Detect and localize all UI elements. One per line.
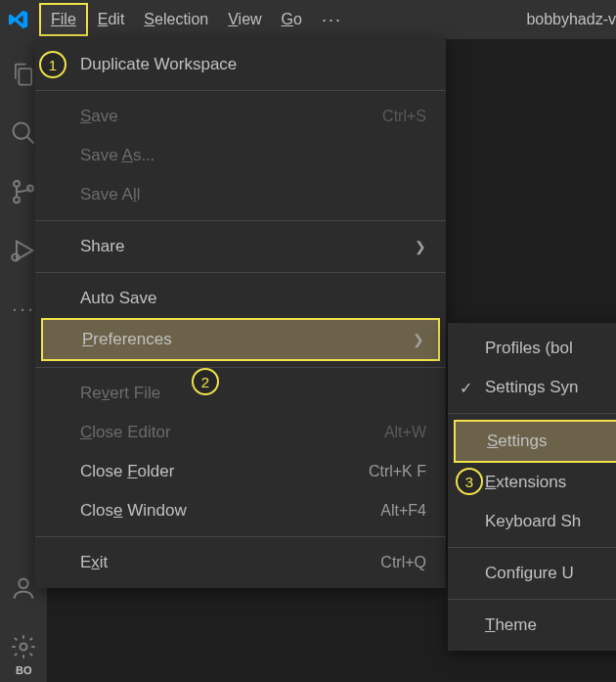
menu-label: Save As...: [80, 146, 426, 165]
svg-point-4: [12, 254, 19, 261]
menu-item-save-as[interactable]: Save As...: [35, 136, 446, 175]
menu-shortcut: Ctrl+Q: [380, 554, 426, 571]
chevron-right-icon: ❯: [413, 332, 424, 347]
callout-1: 1: [39, 51, 66, 78]
menu-item-close-folder[interactable]: Close Folder Ctrl+K F: [35, 452, 446, 491]
menu-go[interactable]: Go: [272, 5, 312, 34]
menu-item-preferences[interactable]: Preferences ❯: [41, 318, 440, 361]
menu-label: Close Editor: [80, 423, 384, 442]
menu-label: Keyboard Sh: [485, 512, 616, 531]
menu-label: Revert File: [80, 384, 426, 403]
menu-item-duplicate-workspace[interactable]: Duplicate Workspace: [35, 45, 446, 84]
menu-shortcut: Alt+W: [384, 424, 426, 441]
submenu-item-settings-sync[interactable]: ✓ Settings Syn: [448, 368, 616, 407]
callout-3: 3: [456, 468, 483, 495]
menu-file[interactable]: File: [39, 3, 88, 36]
menu-item-revert-file[interactable]: Revert File: [35, 374, 446, 413]
menu-label: Save: [80, 107, 382, 126]
menubar: File Edit Selection View Go ··· bobbyhad…: [0, 0, 616, 39]
settings-gear-icon[interactable]: [0, 623, 47, 670]
menu-item-exit[interactable]: Exit Ctrl+Q: [35, 543, 446, 582]
menu-label: Settings: [487, 432, 616, 451]
menu-separator: [35, 220, 446, 221]
menu-label: Settings Syn: [485, 378, 616, 397]
menu-shortcut: Ctrl+S: [382, 108, 426, 125]
svg-point-5: [19, 579, 27, 588]
callout-2: 2: [192, 368, 219, 395]
vscode-logo-icon: [8, 9, 29, 30]
menu-separator: [35, 536, 446, 537]
menu-edit[interactable]: Edit: [88, 5, 135, 34]
menu-more-icon[interactable]: ···: [312, 4, 352, 36]
menu-label: Preferences: [82, 330, 413, 349]
menu-view[interactable]: View: [218, 5, 271, 34]
submenu-item-profiles[interactable]: Profiles (bol: [448, 329, 616, 368]
menu-separator: [448, 547, 616, 548]
activity-badge: BO: [16, 664, 32, 676]
menu-label: Close Window: [80, 501, 380, 521]
menu-label: Extensions: [485, 473, 616, 492]
menu-shortcut: Ctrl+K F: [369, 463, 426, 480]
svg-point-1: [14, 181, 20, 187]
submenu-item-theme[interactable]: Theme: [448, 606, 616, 645]
menu-item-save-all[interactable]: Save All: [35, 175, 446, 214]
menu-label: Close Folder: [80, 462, 369, 481]
chevron-right-icon: ❯: [415, 239, 426, 254]
menu-item-auto-save[interactable]: Auto Save: [35, 279, 446, 318]
menu-label: Auto Save: [80, 289, 426, 308]
menu-separator: [448, 413, 616, 414]
menu-label: Exit: [80, 553, 380, 572]
menu-selection[interactable]: Selection: [134, 5, 218, 34]
window-title: bobbyhadz-v: [526, 11, 616, 28]
svg-point-6: [21, 644, 27, 651]
submenu-item-settings[interactable]: Settings: [454, 420, 616, 463]
menu-label: Configure U: [485, 564, 616, 583]
check-icon: ✓: [460, 379, 472, 397]
menu-item-close-editor[interactable]: Close Editor Alt+W: [35, 413, 446, 452]
menu-label: Duplicate Workspace: [80, 55, 426, 74]
menu-separator: [35, 367, 446, 368]
menu-separator: [448, 599, 616, 600]
menu-shortcut: Alt+F4: [380, 502, 426, 520]
menu-label: Theme: [485, 615, 616, 635]
menu-label: Save All: [80, 185, 426, 205]
menu-item-share[interactable]: Share ❯: [35, 227, 446, 266]
svg-point-2: [14, 197, 20, 203]
svg-point-0: [14, 123, 29, 139]
menu-label: Share: [80, 237, 415, 256]
file-menu-dropdown: Duplicate Workspace Save Ctrl+S Save As.…: [35, 39, 446, 588]
submenu-item-configure[interactable]: Configure U: [448, 554, 616, 593]
menu-item-close-window[interactable]: Close Window Alt+F4: [35, 491, 446, 530]
menu-item-save[interactable]: Save Ctrl+S: [35, 97, 446, 136]
menu-label: Profiles (bol: [485, 339, 616, 358]
submenu-item-keyboard[interactable]: Keyboard Sh: [448, 502, 616, 541]
menu-separator: [35, 272, 446, 273]
menu-separator: [35, 90, 446, 91]
